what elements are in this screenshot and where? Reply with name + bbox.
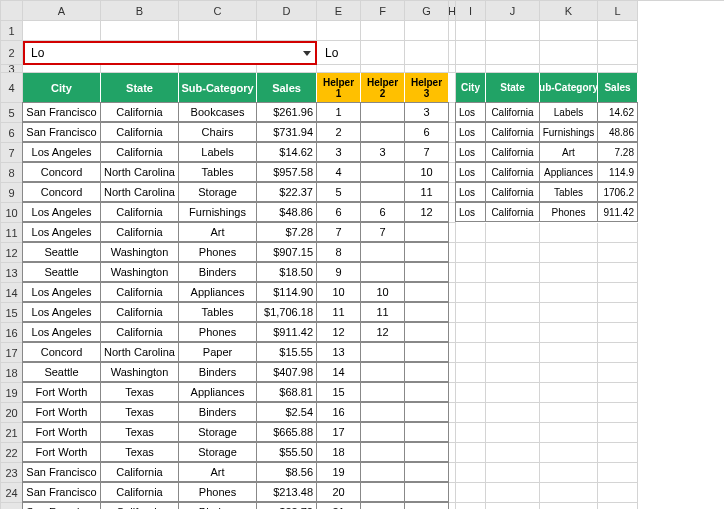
col-header-H[interactable]: H [449, 1, 456, 21]
main-cell-r8-c6[interactable]: 10 [404, 162, 449, 182]
cell-blank[interactable] [23, 65, 101, 73]
main-cell-r13-c3[interactable]: $18.50 [256, 262, 317, 282]
right-cell-r17-c1[interactable] [486, 343, 540, 363]
right-cell-r20-c1[interactable] [486, 403, 540, 423]
row-header-16[interactable]: 16 [1, 323, 23, 343]
cell-blank[interactable] [598, 21, 638, 41]
main-cell-r12-c4[interactable]: 8 [316, 242, 361, 262]
right-cell-r12-c0[interactable] [456, 243, 486, 263]
main-cell-r23-c2[interactable]: Art [178, 462, 257, 482]
row-header-17[interactable]: 17 [1, 343, 23, 363]
right-cell-r18-c2[interactable] [540, 363, 598, 383]
row-header-9[interactable]: 9 [1, 183, 23, 203]
main-cell-r10-c3[interactable]: $48.86 [256, 202, 317, 222]
right-cell-r8-c3[interactable]: 114.9 [597, 162, 638, 182]
main-cell-r25-c3[interactable]: $22.72 [256, 502, 317, 509]
main-cell-r10-c1[interactable]: California [100, 202, 179, 222]
main-cell-r24-c0[interactable]: San Francisco [22, 482, 101, 502]
right-cell-r5-c2[interactable]: Labels [539, 102, 598, 122]
col-header-E[interactable]: E [317, 1, 361, 21]
main-cell-r9-c0[interactable]: Concord [22, 182, 101, 202]
cell-blank[interactable] [486, 65, 540, 73]
cell-blank[interactable] [317, 21, 361, 41]
main-cell-r21-c6[interactable] [404, 422, 449, 442]
main-cell-r19-c0[interactable]: Fort Worth [22, 382, 101, 402]
main-cell-r18-c1[interactable]: Washington [100, 362, 179, 382]
row-header-23[interactable]: 23 [1, 463, 23, 483]
main-cell-r15-c4[interactable]: 11 [316, 302, 361, 322]
main-cell-r15-c6[interactable] [404, 302, 449, 322]
main-cell-r24-c3[interactable]: $213.48 [256, 482, 317, 502]
main-cell-r10-c5[interactable]: 6 [360, 202, 405, 222]
right-cell-r5-c0[interactable]: Los [455, 102, 486, 122]
main-cell-r11-c2[interactable]: Art [178, 222, 257, 242]
right-cell-r10-c1[interactable]: California [485, 202, 540, 222]
main-cell-r24-c5[interactable] [360, 482, 405, 502]
main-cell-r18-c0[interactable]: Seattle [22, 362, 101, 382]
row-header-21[interactable]: 21 [1, 423, 23, 443]
main-cell-r22-c0[interactable]: Fort Worth [22, 442, 101, 462]
col-header-K[interactable]: K [540, 1, 598, 21]
right-cell-r6-c1[interactable]: California [485, 122, 540, 142]
main-cell-r23-c4[interactable]: 19 [316, 462, 361, 482]
right-cell-r6-c3[interactable]: 48.86 [597, 122, 638, 142]
main-cell-r22-c5[interactable] [360, 442, 405, 462]
main-cell-r16-c5[interactable]: 12 [360, 322, 405, 342]
right-cell-r20-c0[interactable] [456, 403, 486, 423]
right-cell-r11-c2[interactable] [540, 223, 598, 243]
main-cell-r24-c4[interactable]: 20 [316, 482, 361, 502]
main-cell-r23-c5[interactable] [360, 462, 405, 482]
right-cell-r22-c1[interactable] [486, 443, 540, 463]
main-cell-r9-c6[interactable]: 11 [404, 182, 449, 202]
cell-blank[interactable] [179, 21, 257, 41]
right-cell-r17-c3[interactable] [598, 343, 638, 363]
right-cell-r9-c0[interactable]: Los [455, 182, 486, 202]
main-cell-r19-c6[interactable] [404, 382, 449, 402]
right-cell-r14-c0[interactable] [456, 283, 486, 303]
cell-blank[interactable] [361, 41, 405, 65]
cell-blank[interactable] [405, 65, 449, 73]
row-header-13[interactable]: 13 [1, 263, 23, 283]
right-cell-r18-c0[interactable] [456, 363, 486, 383]
main-cell-r25-c0[interactable]: San Francisco [22, 502, 101, 509]
main-cell-r5-c1[interactable]: California [100, 102, 179, 122]
main-cell-r14-c0[interactable]: Los Angeles [22, 282, 101, 302]
main-cell-r13-c6[interactable] [404, 262, 449, 282]
right-cell-r13-c3[interactable] [598, 263, 638, 283]
main-cell-r13-c2[interactable]: Binders [178, 262, 257, 282]
right-cell-r21-c2[interactable] [540, 423, 598, 443]
row-header-20[interactable]: 20 [1, 403, 23, 423]
main-cell-r10-c0[interactable]: Los Angeles [22, 202, 101, 222]
main-cell-r11-c1[interactable]: California [100, 222, 179, 242]
main-cell-r24-c1[interactable]: California [100, 482, 179, 502]
main-cell-r25-c2[interactable]: Binders [178, 502, 257, 509]
main-cell-r17-c0[interactable]: Concord [22, 342, 101, 362]
right-cell-r21-c3[interactable] [598, 423, 638, 443]
cell-blank[interactable] [405, 41, 449, 65]
main-cell-r12-c3[interactable]: $907.15 [256, 242, 317, 262]
right-cell-r24-c3[interactable] [598, 483, 638, 503]
main-cell-r11-c3[interactable]: $7.28 [256, 222, 317, 242]
main-cell-r21-c5[interactable] [360, 422, 405, 442]
main-cell-r9-c4[interactable]: 5 [316, 182, 361, 202]
main-cell-r25-c5[interactable] [360, 502, 405, 509]
main-cell-r12-c1[interactable]: Washington [100, 242, 179, 262]
main-cell-r17-c2[interactable]: Paper [178, 342, 257, 362]
main-cell-r24-c6[interactable] [404, 482, 449, 502]
right-cell-r11-c0[interactable] [456, 223, 486, 243]
main-cell-r23-c0[interactable]: San Francisco [22, 462, 101, 482]
main-cell-r15-c3[interactable]: $1,706.18 [256, 302, 317, 322]
right-cell-r25-c0[interactable] [456, 503, 486, 509]
right-cell-r14-c3[interactable] [598, 283, 638, 303]
right-cell-r23-c0[interactable] [456, 463, 486, 483]
right-cell-r13-c0[interactable] [456, 263, 486, 283]
main-cell-r8-c2[interactable]: Tables [178, 162, 257, 182]
main-cell-r15-c2[interactable]: Tables [178, 302, 257, 322]
main-cell-r6-c6[interactable]: 6 [404, 122, 449, 142]
right-cell-r5-c1[interactable]: California [485, 102, 540, 122]
main-cell-r12-c2[interactable]: Phones [178, 242, 257, 262]
select-all-corner[interactable] [1, 1, 23, 21]
main-cell-r9-c1[interactable]: North Carolina [100, 182, 179, 202]
cell-blank[interactable] [317, 65, 361, 73]
main-cell-r23-c3[interactable]: $8.56 [256, 462, 317, 482]
